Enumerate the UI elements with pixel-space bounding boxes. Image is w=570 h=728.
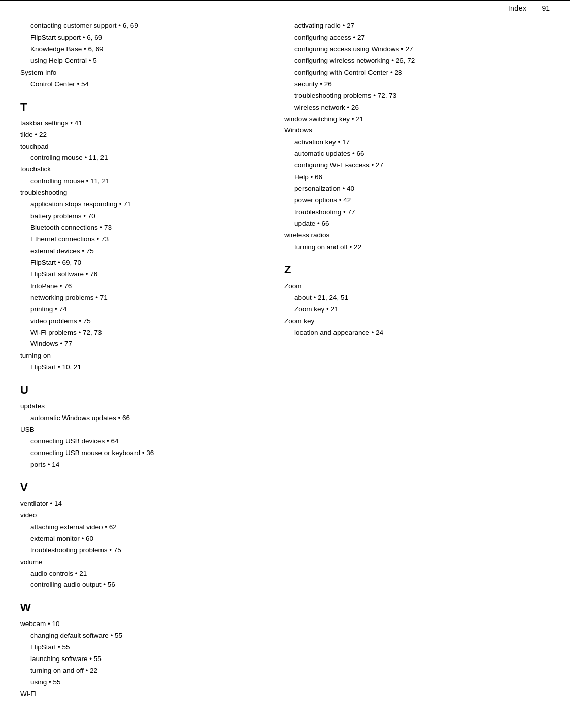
section-letter: T [20, 100, 264, 114]
index-entry: automatic Windows updates • 66 [30, 412, 264, 424]
index-entry: troubleshooting problems • 75 [30, 545, 264, 557]
index-entry: ports • 14 [30, 459, 264, 471]
section-w: Wwebcam • 10changing default software • … [20, 601, 264, 700]
index-entry: controlling mouse • 11, 21 [30, 176, 264, 187]
index-entry: wireless radios [284, 230, 550, 241]
index-entry: printing • 74 [30, 304, 264, 316]
index-entry: controlling audio output • 56 [30, 579, 264, 591]
index-entry: System Info [20, 67, 264, 79]
section-letter: Z [284, 263, 550, 276]
index-entry: update • 66 [294, 218, 550, 230]
section-t: Ttaskbar settings • 41tilde • 22touchpad… [20, 100, 264, 374]
page-container: Index 91 contacting customer support • 6… [0, 0, 570, 728]
index-entry: webcam • 10 [20, 618, 264, 630]
section-u: Uupdatesautomatic Windows updates • 66US… [20, 384, 264, 471]
index-entry: connecting USB mouse or keyboard • 36 [30, 447, 264, 459]
index-entry: troubleshooting • 77 [294, 206, 550, 218]
index-entry: changing default software • 55 [30, 630, 264, 642]
section-letter: V [20, 481, 264, 494]
index-entry: touchpad [20, 141, 264, 153]
index-entry: application stops responding • 71 [30, 199, 264, 211]
right-sections: ZZoomabout • 21, 24, 51Zoom key • 21Zoom… [284, 263, 550, 339]
index-entry: external devices • 75 [30, 246, 264, 257]
index-entry: FlipStart • 55 [30, 642, 264, 653]
index-entry: Wi-Fi problems • 72, 73 [30, 327, 264, 339]
index-entry: about • 21, 24, 51 [294, 292, 550, 304]
index-entry: external monitor • 60 [30, 533, 264, 545]
index-entry: battery problems • 70 [30, 211, 264, 222]
index-entry: Control Center • 54 [30, 79, 264, 90]
index-entry: ventilator • 14 [20, 498, 264, 510]
index-entry: USB [20, 424, 264, 436]
index-entry: power options • 42 [294, 195, 550, 206]
section-letter: U [20, 384, 264, 397]
index-entry: personalization • 40 [294, 183, 550, 195]
index-entry: Zoom key [284, 316, 550, 327]
index-entry: touchstick [20, 164, 264, 176]
index-entry: security • 26 [294, 79, 550, 90]
index-entry: turning on and off • 22 [294, 241, 550, 253]
index-entry: troubleshooting problems • 72, 73 [294, 90, 550, 102]
index-entry: updates [20, 401, 264, 412]
index-entry: attaching external video • 62 [30, 522, 264, 533]
index-entry: FlipStart software • 76 [30, 269, 264, 281]
index-entry: FlipStart support • 6, 69 [30, 32, 264, 44]
left-initial-entries: contacting customer support • 6, 69FlipS… [20, 20, 264, 90]
section-v: Vventilator • 14videoattaching external … [20, 481, 264, 592]
index-entry: using Help Central • 5 [30, 55, 264, 67]
index-entry: wireless network • 26 [294, 102, 550, 114]
index-entry: controling mouse • 11, 21 [30, 152, 264, 164]
index-entry: volume [20, 557, 264, 568]
index-entry: turning on [20, 350, 264, 362]
index-entry: activating radio • 27 [294, 20, 550, 32]
index-entry: automatic updates • 66 [294, 148, 550, 160]
index-entry: connecting USB devices • 64 [30, 436, 264, 447]
column-left: contacting customer support • 6, 69FlipS… [20, 20, 264, 700]
column-right: activating radio • 27configuring access … [284, 20, 550, 700]
index-entry: tilde • 22 [20, 129, 264, 141]
index-entry: configuring with Control Center • 28 [294, 67, 550, 79]
index-entry: Bluetooth connections • 73 [30, 222, 264, 234]
index-entry: FlipStart • 10, 21 [30, 362, 264, 373]
header-page-num: 91 [542, 4, 550, 12]
header-title: Index [508, 4, 527, 12]
index-entry: audio controls • 21 [30, 568, 264, 580]
index-entry: Zoom key • 21 [294, 304, 550, 316]
index-entry: InfoPane • 76 [30, 281, 264, 292]
index-entry: Knowledge Base • 6, 69 [30, 44, 264, 55]
index-entry: window switching key • 21 [284, 114, 550, 125]
index-entry: Zoom [284, 281, 550, 292]
index-entry: troubleshooting [20, 187, 264, 199]
left-sections: Ttaskbar settings • 41tilde • 22touchpad… [20, 100, 264, 700]
section-z: ZZoomabout • 21, 24, 51Zoom key • 21Zoom… [284, 263, 550, 339]
index-entry: activation key • 17 [294, 136, 550, 148]
index-entry: using • 55 [30, 677, 264, 688]
index-entry: configuring access • 27 [294, 32, 550, 44]
index-entry: turning on and off • 22 [30, 665, 264, 677]
header-bar: Index 91 [0, 0, 570, 15]
index-entry: Wi-Fi [20, 688, 264, 700]
index-entry: launching software • 55 [30, 653, 264, 665]
index-entry: taskbar settings • 41 [20, 118, 264, 129]
index-entry: Ethernet connections • 73 [30, 234, 264, 246]
index-entry: Windows • 77 [30, 338, 264, 350]
index-entry: FlipStart • 69, 70 [30, 257, 264, 269]
index-entry: video problems • 75 [30, 316, 264, 327]
index-entry: Windows [284, 125, 550, 136]
index-entry: configuring access using Windows • 27 [294, 44, 550, 55]
index-entry: video [20, 510, 264, 522]
content-area: contacting customer support • 6, 69FlipS… [0, 20, 570, 700]
index-entry: Help • 66 [294, 171, 550, 183]
section-letter: W [20, 601, 264, 614]
index-entry: configuring wireless networking • 26, 72 [294, 55, 550, 67]
right-initial-entries: activating radio • 27configuring access … [284, 20, 550, 253]
index-entry: configuring Wi-Fi-access • 27 [294, 160, 550, 171]
index-entry: networking problems • 71 [30, 292, 264, 304]
index-entry: contacting customer support • 6, 69 [30, 20, 264, 32]
index-entry: location and appearance • 24 [294, 327, 550, 339]
